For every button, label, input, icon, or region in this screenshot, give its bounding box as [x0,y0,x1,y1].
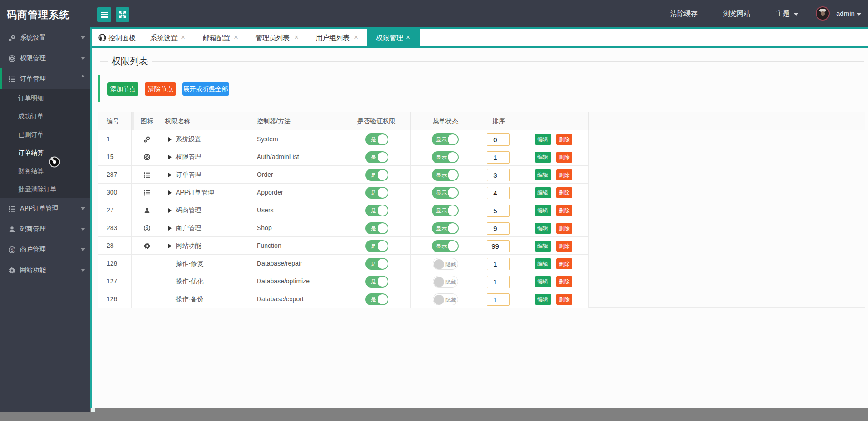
svg-text:$: $ [146,226,148,231]
svg-text:$: $ [11,247,14,252]
